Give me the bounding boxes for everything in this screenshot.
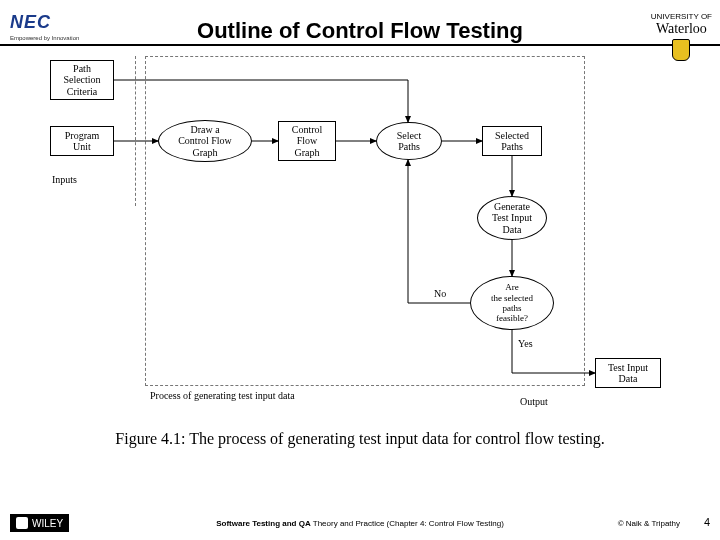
- waterloo-name: Waterloo: [651, 21, 712, 37]
- footer-copyright: © Naik & Tripathy: [618, 519, 680, 528]
- figure-caption: Figure 4.1: The process of generating te…: [0, 430, 720, 448]
- waterloo-prefix: UNIVERSITY OF: [651, 12, 712, 21]
- inputs-dashed-divider: [135, 56, 136, 206]
- node-feasible-decision: Arethe selectedpathsfeasible?: [470, 276, 554, 330]
- footer-rest: Theory and Practice (Chapter 4: Control …: [311, 519, 504, 528]
- footer-bold: Software Testing and QA: [216, 519, 311, 528]
- slide-header: NEC Empowered by Innovation Outline of C…: [0, 8, 720, 46]
- slide-title: Outline of Control Flow Testing: [0, 18, 720, 44]
- node-selected-paths: SelectedPaths: [482, 126, 542, 156]
- node-path-selection-criteria: PathSelectionCriteria: [50, 60, 114, 100]
- footer-center: Software Testing and QA Theory and Pract…: [0, 519, 720, 528]
- crest-icon: [672, 39, 690, 61]
- flow-diagram: PathSelectionCriteria ProgramUnit Draw a…: [50, 56, 670, 416]
- slide-number: 4: [704, 516, 710, 528]
- label-yes: Yes: [518, 338, 533, 349]
- label-no: No: [434, 288, 446, 299]
- label-output: Output: [520, 396, 548, 407]
- node-draw-cfg: Draw aControl FlowGraph: [158, 120, 252, 162]
- label-inputs: Inputs: [52, 174, 77, 185]
- slide-footer: WILEY Software Testing and QA Theory and…: [0, 512, 720, 534]
- waterloo-logo: UNIVERSITY OF Waterloo: [651, 12, 712, 61]
- node-select-paths: SelectPaths: [376, 122, 442, 160]
- label-process-box: Process of generating test input data: [150, 390, 295, 401]
- node-control-flow-graph: ControlFlowGraph: [278, 121, 336, 161]
- node-test-input-data: Test InputData: [595, 358, 661, 388]
- node-program-unit: ProgramUnit: [50, 126, 114, 156]
- node-generate-test-input: GenerateTest InputData: [477, 196, 547, 240]
